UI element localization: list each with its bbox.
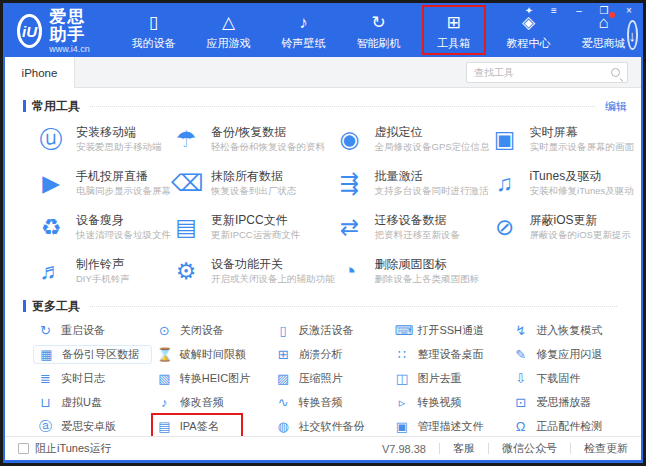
tool-label: 关闭设备: [180, 323, 224, 338]
more-tool-item[interactable]: ▧ 转换HEIC图片: [152, 369, 271, 388]
nav-item[interactable]: △ 应用游戏: [206, 14, 252, 51]
download-firmware-icon: ⇩: [513, 371, 528, 386]
tool-item[interactable]: ▤ 更新IPCC文件 更新IPCC运营商文件: [171, 210, 335, 243]
more-tool-item[interactable]: ⓐ 爱思安卓版: [33, 417, 152, 436]
tool-item[interactable]: ♬ 制作铃声 DIY手机铃声: [36, 254, 171, 287]
my-devices-icon: ▯: [149, 14, 158, 32]
tool-item[interactable]: ♻ 设备瘦身 快速清理设备垃圾文件: [36, 210, 171, 243]
device-slimming-icon: ♻: [36, 212, 66, 242]
statusbar-link[interactable]: 客服: [453, 441, 475, 456]
tool-item[interactable]: ⇄ 迁移设备数据 把资料迁移至新设备: [335, 210, 490, 243]
convert-heic-icon: ▧: [157, 371, 172, 386]
block-itunes-toggle[interactable]: 阻止iTunes运行: [18, 441, 112, 456]
tool-title: 实时屏幕: [530, 124, 635, 140]
tool-item[interactable]: ▶ 手机投屏直播 电脑同步显示设备屏幕: [36, 166, 171, 199]
app-logo[interactable]: iU 爱思助手 www.i4.cn: [17, 8, 99, 54]
enter-recovery-mode-icon: ↯: [513, 323, 528, 338]
tool-label: 管理描述文件: [417, 419, 483, 434]
more-tool-item[interactable]: ♪ 修改音频: [152, 393, 271, 412]
more-tool-item[interactable]: ↯ 进入恢复模式: [508, 321, 627, 340]
edit-link[interactable]: 编辑: [605, 99, 627, 114]
statusbar-link[interactable]: 检查更新: [584, 441, 628, 456]
tool-title: 设备功能开关: [211, 256, 335, 272]
skin-icon[interactable]: ✦: [523, 5, 535, 17]
more-tool-item[interactable]: ⊡ 爱思播放器: [508, 393, 627, 412]
more-tools-grid: ↻ 重启设备 ⊙ 关闭设备 ▯ 反激活设备 ⌨: [23, 317, 627, 436]
nav-item[interactable]: ▯ 我的设备: [131, 14, 177, 51]
more-tool-item[interactable]: ⌨ 打开SSH通道: [389, 321, 508, 340]
tool-label: 社交软件备份: [299, 419, 365, 434]
section-title: 常用工具: [32, 98, 80, 115]
more-tool-item[interactable]: ▯ 反激活设备: [271, 321, 390, 340]
statusbar-link[interactable]: 微信公众号: [502, 441, 557, 456]
update-ipcc-icon: ▤: [171, 212, 201, 242]
more-tool-item[interactable]: ▦ 备份引导区数据: [33, 345, 152, 364]
section-accent-bar: [23, 300, 26, 312]
shutdown-device-icon: ⊙: [157, 323, 172, 338]
more-tool-item[interactable]: ⊞ 崩溃分析: [271, 345, 390, 364]
more-tool-item[interactable]: ⌛ 破解时间限额: [152, 345, 271, 364]
more-tool-item[interactable]: Ω 正品配件检测: [508, 417, 627, 436]
more-tool-item[interactable]: ▤ IPA签名: [152, 417, 271, 436]
erase-all-data-icon: ⌫: [171, 168, 201, 198]
maximize-button[interactable]: ❐: [598, 5, 610, 17]
more-tool-item[interactable]: ▨ 压缩照片: [271, 369, 390, 388]
more-tool-item[interactable]: ≣ 实时日志: [33, 369, 152, 388]
divider: [488, 443, 489, 454]
more-tool-item[interactable]: ▣ 管理描述文件: [389, 417, 508, 436]
tool-item[interactable]: ♫ iTunes及驱动 安装和修复iTunes及驱动: [490, 166, 635, 199]
tool-item[interactable]: ◉ 虚拟定位 全局修改设备GPS定位信息: [335, 122, 490, 155]
nav-item[interactable]: ♪ 铃声壁纸: [281, 14, 327, 51]
more-tool-item[interactable]: ∿ 转换音频: [271, 393, 390, 412]
device-function-switch-icon: ⚙: [171, 256, 201, 286]
more-tool-item[interactable]: ⇩ 下载固件: [508, 369, 627, 388]
tool-item[interactable]: ⚙ 设备功能开关 开启或关闭设备上的辅助功能: [171, 254, 335, 287]
more-tool-item[interactable]: ⊔ 虚拟U盘: [33, 393, 152, 412]
more-tool-item[interactable]: ⊙ 关闭设备: [152, 321, 271, 340]
tool-search[interactable]: [466, 62, 628, 83]
itunes-driver-icon: ♫: [490, 168, 520, 198]
tool-subtitle: 屏蔽设备的iOS更新提示: [530, 228, 631, 241]
tool-label: 下载固件: [536, 371, 580, 386]
tool-item[interactable]: ◔ 删除顽固图标 删除设备上各类顽固图标: [335, 254, 490, 287]
more-tool-item[interactable]: ✎ 修复应用闪退: [508, 345, 627, 364]
common-tools-header: 常用工具 编辑: [23, 95, 627, 117]
close-button[interactable]: ×: [623, 5, 635, 17]
nav-label: 工具箱: [437, 36, 470, 51]
search-icon[interactable]: [611, 68, 620, 77]
backup-boot-data-icon: ▦: [39, 347, 54, 362]
crash-analysis-icon: ⊞: [276, 347, 291, 362]
nav-item[interactable]: ⌂ 爱思商城: [581, 14, 627, 51]
download-button[interactable]: ↓: [627, 20, 639, 50]
nav-item[interactable]: ◈ 教程中心: [506, 14, 552, 51]
tool-item[interactable]: ⇶ 批量激活 支持多台设备同时进行激活: [335, 166, 490, 199]
search-input[interactable]: [474, 67, 611, 78]
checkbox-icon[interactable]: [18, 443, 29, 454]
main-nav: ▯ 我的设备 △ 应用游戏 ♪ 铃声壁纸 ↻: [131, 14, 627, 51]
tool-title: 虚拟定位: [375, 124, 490, 140]
more-tool-item[interactable]: ∷ 整理设备桌面: [389, 345, 508, 364]
nav-item[interactable]: ⊞ 工具箱: [431, 14, 477, 51]
minimize-button[interactable]: –: [573, 5, 585, 17]
tool-label: 破解时间限额: [180, 347, 246, 362]
tab-iphone[interactable]: iPhone: [5, 57, 75, 88]
tool-label: 修改音频: [180, 395, 224, 410]
more-tool-item[interactable]: ◫ 图片去重: [389, 369, 508, 388]
tool-item[interactable]: ⌫ 抹除所有数据 恢复设备到出厂状态: [171, 166, 335, 199]
more-tool-item[interactable]: ◍ 社交软件备份: [271, 417, 390, 436]
tool-item[interactable]: ⊘ 屏蔽iOS更新 屏蔽设备的iOS更新提示: [490, 210, 635, 243]
more-tools-header: 更多工具: [23, 295, 627, 317]
image-dedupe-icon: ◫: [394, 371, 409, 386]
more-tool-item[interactable]: ↻ 重启设备: [33, 321, 152, 340]
tool-title: 设备瘦身: [76, 212, 171, 228]
menu-icon[interactable]: ≡: [548, 5, 560, 17]
tool-item[interactable]: ▣ 实时屏幕 实时显示设备屏幕的画面: [490, 122, 635, 155]
delete-stubborn-icons-icon: ◔: [335, 256, 365, 286]
tool-label: IPA签名: [180, 419, 219, 434]
tool-item[interactable]: ⓤ 安装移动端 安装爱思助手移动端: [36, 122, 171, 155]
tool-title: 制作铃声: [76, 256, 130, 272]
more-tool-item[interactable]: ▹ 转换视频: [389, 393, 508, 412]
convert-audio-icon: ∿: [276, 395, 291, 410]
nav-item[interactable]: ↻ 智能刷机: [356, 14, 402, 51]
tool-item[interactable]: ☂ 备份/恢复数据 轻松备份和恢复设备的资料: [171, 122, 335, 155]
